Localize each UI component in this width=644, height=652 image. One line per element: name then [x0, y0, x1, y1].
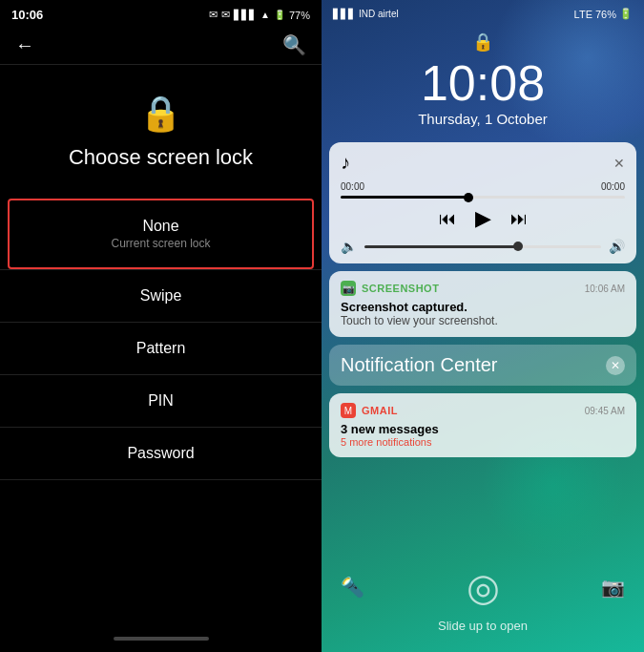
flashlight-button[interactable]: 🔦	[341, 576, 364, 599]
notif-gmail-header: M GMAIL 09:45 AM	[341, 403, 625, 418]
battery-percent-left: 77%	[289, 10, 310, 21]
wifi-icon: ▲	[260, 10, 270, 20]
ls-lock-icon: 🔒	[472, 32, 493, 53]
option-pattern[interactable]: Pattern	[0, 322, 322, 374]
gmail-app-name: GMAIL	[362, 405, 398, 416]
top-bar-left: ← 🔍	[0, 26, 322, 65]
music-card: ♪ ✕ 00:00 00:00 ⏮ ▶ ⏭ 🔈 🔊	[329, 142, 636, 263]
music-progress-times: 00:00 00:00	[341, 181, 625, 192]
battery-percent-right: 76%	[595, 9, 616, 20]
notif-app-row-screenshot: 📷 SCREENSHOT	[341, 281, 439, 296]
option-pin-label: PIN	[19, 392, 302, 410]
screenshot-notif-title: Screenshot captured.	[341, 300, 625, 314]
email-icon2: ✉	[221, 9, 230, 21]
gmail-notif-body: 5 more notifications	[341, 436, 625, 448]
fast-forward-button[interactable]: ⏭	[510, 209, 528, 229]
music-card-header: ♪ ✕	[341, 152, 625, 174]
option-pin[interactable]: PIN	[0, 374, 322, 427]
network-type-label: LTE	[574, 9, 592, 20]
signal-bars-icon: ▋▋▋	[333, 9, 356, 19]
ls-bottom-icons: 🔦 ◎ 📷	[341, 565, 625, 609]
gmail-app-icon: M	[341, 403, 356, 418]
music-close-button[interactable]: ✕	[613, 156, 625, 171]
battery-info-right: LTE 76% 🔋	[574, 8, 633, 20]
option-none-sub: Current screen lock	[29, 237, 293, 250]
notif-gmail[interactable]: M GMAIL 09:45 AM 3 new messages 5 more n…	[329, 393, 636, 457]
lock-icon-container: 🔒	[0, 94, 322, 134]
camera-button[interactable]: 📷	[601, 576, 625, 599]
status-icons-left: ✉ ✉ ▋▋▋ ▲ 🔋 77%	[209, 9, 310, 21]
volume-low-icon: 🔈	[341, 239, 357, 254]
screenshot-notif-body: Touch to view your screenshot.	[341, 314, 625, 327]
search-button[interactable]: 🔍	[282, 33, 306, 56]
right-panel: ▋▋▋ IND airtel LTE 76% 🔋 🔒 10:08 Thursda…	[322, 0, 644, 652]
signal-icon: ▋▋▋	[234, 10, 257, 20]
volume-row: 🔈 🔊	[341, 239, 625, 254]
music-total: 00:00	[601, 181, 625, 192]
volume-high-icon: 🔊	[609, 239, 625, 254]
status-bar-left: 10:06 ✉ ✉ ▋▋▋ ▲ 🔋 77%	[0, 0, 322, 26]
ls-time: 10:08	[322, 56, 644, 111]
screenshot-app-icon: 📷	[341, 281, 356, 296]
status-bar-right: ▋▋▋ IND airtel LTE 76% 🔋	[322, 0, 644, 24]
gmail-notif-title: 3 new messages	[341, 422, 625, 436]
play-button[interactable]: ▶	[475, 206, 491, 231]
notif-center-banner: Notification Center ✕	[329, 345, 636, 386]
screen-lock-title: Choose screen lock	[0, 145, 322, 170]
ls-lock-icon-container: 🔒	[322, 32, 644, 53]
option-pattern-label: Pattern	[19, 340, 302, 357]
notif-center-close-button[interactable]: ✕	[606, 356, 625, 375]
slide-up-label: Slide up to open	[341, 619, 625, 633]
screenshot-app-name: SCREENSHOT	[362, 283, 439, 294]
ls-bottom: 🔦 ◎ 📷 Slide up to open	[322, 557, 644, 652]
back-button[interactable]: ←	[15, 34, 34, 56]
option-none[interactable]: None Current screen lock	[8, 199, 314, 269]
home-indicator	[114, 637, 209, 641]
music-note-icon: ♪	[341, 152, 350, 174]
left-panel: 10:06 ✉ ✉ ▋▋▋ ▲ 🔋 77% ← 🔍 🔒 Choose scree…	[0, 0, 322, 652]
volume-thumb	[513, 242, 523, 251]
lock-icon: 🔒	[139, 94, 182, 134]
bottom-bar-left	[0, 625, 322, 652]
lock-options-list: None Current screen lock Swipe Pattern P…	[0, 199, 322, 625]
music-progress-thumb	[464, 193, 473, 202]
ls-date: Thursday, 1 October	[322, 111, 644, 127]
fingerprint-icon[interactable]: ◎	[467, 565, 500, 609]
battery-icon-right: 🔋	[619, 8, 633, 20]
music-progress-bar[interactable]	[341, 196, 625, 199]
carrier-info: ▋▋▋ IND airtel	[333, 9, 399, 19]
notif-app-row-gmail: M GMAIL	[341, 403, 398, 418]
email-icon1: ✉	[209, 9, 218, 21]
carrier-name: IND airtel	[359, 9, 399, 19]
screenshot-notif-time: 10:06 AM	[585, 284, 625, 294]
battery-icon-left: 🔋	[274, 10, 285, 20]
music-controls: ⏮ ▶ ⏭	[341, 206, 625, 231]
option-none-label: None	[29, 218, 293, 235]
notif-center-label: Notification Center	[341, 354, 498, 376]
option-password-label: Password	[19, 445, 302, 462]
notif-screenshot[interactable]: 📷 SCREENSHOT 10:06 AM Screenshot capture…	[329, 271, 636, 337]
rewind-button[interactable]: ⏮	[439, 209, 456, 229]
volume-fill	[364, 245, 518, 248]
notif-screenshot-header: 📷 SCREENSHOT 10:06 AM	[341, 281, 625, 296]
option-swipe[interactable]: Swipe	[0, 269, 322, 322]
gmail-notif-time: 09:45 AM	[585, 406, 625, 416]
music-elapsed: 00:00	[341, 181, 364, 192]
option-password[interactable]: Password	[0, 427, 322, 480]
volume-bar[interactable]	[364, 245, 601, 248]
music-progress-fill	[341, 196, 468, 199]
option-swipe-label: Swipe	[19, 287, 302, 305]
status-time-left: 10:06	[11, 8, 43, 22]
